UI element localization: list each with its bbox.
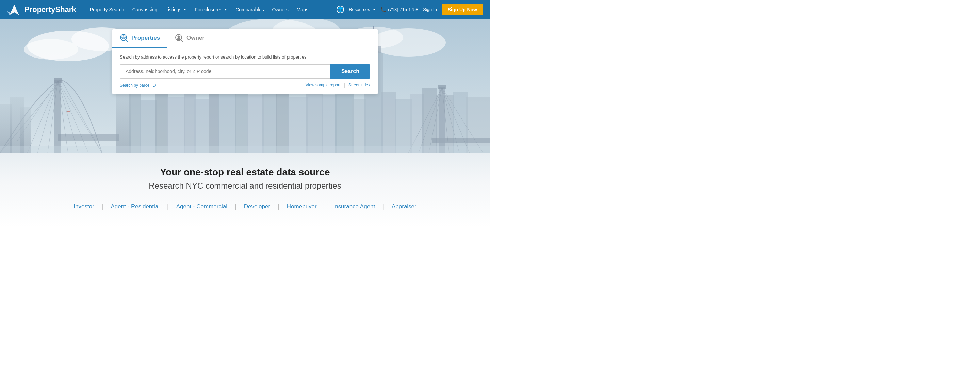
foreclosures-dropdown-arrow: ▼ bbox=[224, 8, 227, 11]
sub-heading: Research NYC commercial and residential … bbox=[7, 181, 483, 191]
svg-rect-53 bbox=[422, 89, 437, 153]
svg-rect-37 bbox=[235, 89, 248, 153]
user-type-links: Investor | Agent - Residential | Agent -… bbox=[7, 203, 483, 210]
listings-dropdown-arrow: ▼ bbox=[183, 8, 186, 11]
svg-rect-39 bbox=[262, 92, 277, 153]
nav-property-search[interactable]: Property Search bbox=[86, 5, 127, 14]
svg-rect-44 bbox=[335, 92, 354, 153]
phone-link[interactable]: 📞 (718) 715-1758 bbox=[380, 7, 418, 12]
search-panel: Properties Owner Search by address to ac… bbox=[112, 29, 378, 94]
svg-rect-41 bbox=[288, 97, 308, 153]
svg-rect-50 bbox=[381, 92, 396, 153]
navbar: PropertyShark Property Search Canvassing… bbox=[0, 0, 490, 19]
svg-rect-23 bbox=[21, 107, 30, 153]
resources-dropdown-arrow: ▼ bbox=[372, 8, 375, 11]
search-tabs: Properties Owner bbox=[112, 29, 378, 48]
shark-logo-icon bbox=[7, 2, 22, 17]
main-heading: Your one-stop real estate data source bbox=[7, 167, 483, 178]
search-body: Search by address to access the property… bbox=[112, 48, 378, 94]
link-appraiser[interactable]: Appraiser bbox=[384, 203, 424, 210]
svg-rect-42 bbox=[306, 90, 323, 153]
svg-rect-11 bbox=[54, 80, 61, 153]
search-button[interactable]: Search bbox=[331, 64, 370, 79]
svg-rect-40 bbox=[275, 87, 289, 153]
search-footer-left: Search by parcel ID bbox=[120, 82, 156, 88]
resources-link[interactable]: Resources ▼ bbox=[349, 7, 375, 12]
search-description: Search by address to access the property… bbox=[120, 54, 370, 60]
tab-properties[interactable]: Properties bbox=[112, 29, 167, 48]
search-row: Search bbox=[120, 64, 370, 79]
brand-name: PropertyShark bbox=[24, 5, 76, 14]
link-agent-commercial[interactable]: Agent - Commercial bbox=[169, 203, 235, 210]
search-input[interactable] bbox=[120, 64, 331, 79]
svg-rect-45 bbox=[352, 99, 366, 153]
nav-canvassing[interactable]: Canvassing bbox=[129, 5, 161, 14]
svg-point-5 bbox=[24, 39, 78, 60]
svg-rect-31 bbox=[194, 99, 209, 153]
footer-separator: | bbox=[344, 83, 345, 88]
nav-maps[interactable]: Maps bbox=[293, 5, 312, 14]
svg-rect-25 bbox=[116, 87, 131, 153]
signin-link[interactable]: Sign In bbox=[423, 7, 437, 12]
link-agent-residential[interactable]: Agent - Residential bbox=[103, 203, 167, 210]
svg-rect-69 bbox=[67, 111, 70, 112]
link-insurance-agent[interactable]: Insurance Agent bbox=[326, 203, 382, 210]
nav-foreclosures[interactable]: Foreclosures ▼ bbox=[191, 5, 231, 14]
properties-tab-icon bbox=[120, 34, 129, 43]
search-footer: Search by parcel ID View sample report |… bbox=[120, 82, 370, 88]
svg-rect-30 bbox=[184, 92, 196, 153]
search-footer-right: View sample report | Street index bbox=[305, 83, 370, 88]
svg-rect-51 bbox=[395, 99, 412, 153]
navbar-right: 🌐 Resources ▼ 📞 (718) 715-1758 Sign In S… bbox=[337, 4, 483, 15]
lower-section: Your one-stop real estate data source Re… bbox=[0, 153, 490, 227]
svg-rect-27 bbox=[140, 100, 156, 153]
svg-rect-21 bbox=[0, 104, 12, 153]
logo[interactable]: PropertyShark bbox=[7, 2, 76, 17]
nav-listings[interactable]: Listings ▼ bbox=[162, 5, 190, 14]
svg-rect-43 bbox=[321, 95, 337, 153]
nav-links: Property Search Canvassing Listings ▼ Fo… bbox=[86, 5, 337, 14]
svg-marker-0 bbox=[10, 5, 19, 15]
svg-rect-28 bbox=[155, 90, 169, 153]
phone-icon: 📞 bbox=[380, 7, 386, 12]
svg-rect-26 bbox=[129, 94, 141, 153]
signup-button[interactable]: Sign Up Now bbox=[442, 4, 483, 15]
link-investor[interactable]: Investor bbox=[66, 203, 102, 210]
nav-comparables[interactable]: Comparables bbox=[232, 5, 267, 14]
svg-line-75 bbox=[181, 40, 183, 42]
svg-point-74 bbox=[178, 36, 180, 38]
svg-marker-1 bbox=[7, 11, 10, 15]
link-developer[interactable]: Developer bbox=[237, 203, 278, 210]
svg-rect-38 bbox=[247, 95, 264, 153]
svg-rect-24 bbox=[58, 134, 119, 141]
nav-owners[interactable]: Owners bbox=[269, 5, 292, 14]
svg-rect-58 bbox=[439, 87, 445, 153]
parcel-id-link[interactable]: Search by parcel ID bbox=[120, 83, 156, 88]
tab-owner[interactable]: Owner bbox=[167, 29, 212, 48]
street-index-link[interactable]: Street index bbox=[348, 83, 370, 87]
link-homebuyer[interactable]: Homebuyer bbox=[279, 203, 324, 210]
view-sample-report-link[interactable]: View sample report bbox=[305, 83, 340, 87]
svg-rect-29 bbox=[167, 97, 185, 153]
svg-line-72 bbox=[126, 40, 128, 42]
svg-rect-36 bbox=[218, 94, 237, 153]
svg-rect-67 bbox=[0, 146, 490, 153]
hero-section: Properties Owner Search by address to ac… bbox=[0, 19, 490, 153]
globe-icon[interactable]: 🌐 bbox=[337, 6, 344, 13]
owner-tab-icon bbox=[175, 34, 184, 43]
